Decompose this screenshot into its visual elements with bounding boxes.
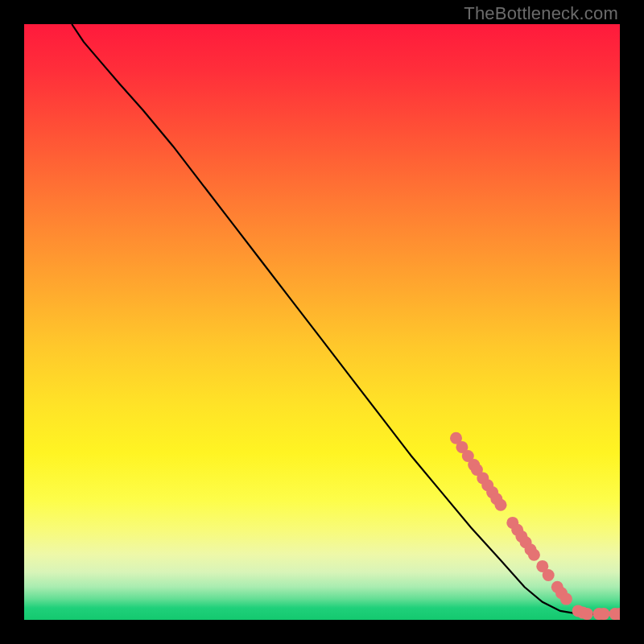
scatter-points bbox=[450, 432, 620, 620]
scatter-point bbox=[598, 608, 610, 620]
plot-area bbox=[24, 24, 620, 620]
main-curve bbox=[72, 24, 620, 614]
scatter-point bbox=[581, 608, 593, 620]
scatter-point bbox=[495, 499, 507, 511]
scatter-point bbox=[560, 593, 572, 605]
watermark-text: TheBottleneck.com bbox=[464, 3, 618, 24]
scatter-point bbox=[543, 569, 555, 581]
scatter-point bbox=[528, 549, 540, 561]
chart-frame: TheBottleneck.com bbox=[0, 0, 644, 644]
chart-svg bbox=[24, 24, 620, 620]
